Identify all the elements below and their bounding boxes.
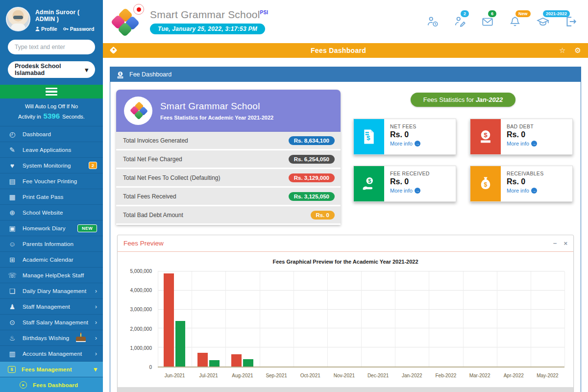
logout-icon[interactable] bbox=[564, 15, 577, 28]
card-subtitle: Fees Statistics for Academic Year 2021-2… bbox=[160, 115, 273, 121]
fees-statistics-month-button[interactable]: Fees Statistics for Jan-2022 bbox=[411, 93, 516, 107]
sidebar-item-birthdays-wishing[interactable]: ♨ Birthdays Wishing › bbox=[0, 330, 103, 346]
gridline bbox=[260, 271, 260, 367]
gridline bbox=[192, 271, 192, 367]
pinwheel-logo-icon bbox=[111, 10, 137, 35]
sidebar-item-daily-diary-management[interactable]: ❏ Daily Diary Management › bbox=[0, 283, 103, 299]
notification-new-badge: New bbox=[515, 10, 531, 17]
sidebar-item-manage-helpdesk-staff[interactable]: ☏ Manage HelpDesk Staff bbox=[0, 268, 103, 283]
datetime-pill: Tue, January 25, 2022, 3:17:53 PM bbox=[150, 24, 265, 34]
sidebar-item-school-website[interactable]: ⊕ School Website bbox=[0, 205, 103, 220]
x-tick-label: May-2022 bbox=[531, 373, 564, 378]
sidebar-item-system-monitoring[interactable]: ♥ System Monitoring 2 bbox=[0, 158, 103, 173]
password-link[interactable]: Password bbox=[63, 26, 95, 32]
gridline bbox=[158, 271, 158, 367]
sidebar: Admin Suroor ( ADMIN ) Profile Password bbox=[0, 0, 103, 392]
x-tick-label: Sep-2021 bbox=[260, 373, 294, 378]
logoff-seconds: 5396 bbox=[43, 112, 61, 120]
arrow-circle-icon: → bbox=[415, 188, 420, 194]
value-pill: Rs. 8,634,100 bbox=[289, 136, 335, 145]
calendar-icon: ⊞ bbox=[8, 256, 17, 264]
psi-superscript: PSI bbox=[260, 10, 269, 15]
x-tick-label: Oct-2021 bbox=[294, 373, 327, 378]
chart-bar bbox=[197, 353, 208, 367]
fees-summary-card: Smart Grammar School Fees Statistics for… bbox=[116, 90, 341, 225]
more-info-link[interactable]: More info→ bbox=[390, 188, 430, 194]
play-circle-icon: ▸ bbox=[20, 381, 27, 389]
sidebar-item-fees-management[interactable]: $ Fees Management ▾ bbox=[0, 362, 103, 377]
top-header: Smart Grammar SchoolPSI Tue, January 25,… bbox=[103, 0, 588, 43]
chart-bar bbox=[231, 354, 242, 367]
fees-bar-chart: 01,000,0002,000,0003,000,0004,000,0005,0… bbox=[120, 267, 569, 380]
x-tick-label: Dec-2021 bbox=[361, 373, 395, 378]
school-logo bbox=[110, 6, 145, 37]
sidebar-item-academic-calendar[interactable]: ⊞ Academic Calendar bbox=[0, 252, 103, 268]
y-tick-label: 2,000,000 bbox=[130, 326, 152, 332]
sidebar-toggle-button[interactable] bbox=[0, 85, 103, 98]
search-input[interactable] bbox=[8, 40, 95, 54]
sidebar-item-dashboard[interactable]: ◴ Dashboard bbox=[0, 126, 103, 142]
minimize-icon[interactable]: − bbox=[553, 240, 557, 247]
x-tick-label: Aug-2021 bbox=[225, 373, 259, 378]
invoice-dollar-icon: $ bbox=[354, 119, 384, 154]
school-select[interactable]: Prodesk School Islamabad ▾ bbox=[8, 61, 95, 78]
helpdesk-icon: ☏ bbox=[8, 271, 17, 279]
chevron-down-icon: ▾ bbox=[85, 66, 88, 74]
globe-icon: ⊕ bbox=[8, 209, 17, 217]
profile-link[interactable]: Profile bbox=[35, 26, 57, 32]
dashboard-icon: ◴ bbox=[8, 130, 17, 138]
chart-title: Fees Graphical Preview for the Academic … bbox=[118, 259, 573, 265]
monitor-heart-icon: ♥ bbox=[8, 162, 17, 170]
svg-text:$: $ bbox=[367, 134, 370, 142]
value-pill: Rs. 3,129,000 bbox=[289, 173, 335, 182]
attendance-user-clock-icon[interactable] bbox=[426, 15, 439, 28]
sidebar-item-staff-management[interactable]: ♟ Staff Management › bbox=[0, 299, 103, 315]
more-info-link[interactable]: More info→ bbox=[507, 141, 537, 147]
x-tick-label: Nov-2021 bbox=[327, 373, 361, 378]
favorite-star-icon[interactable]: ☆ bbox=[559, 46, 565, 55]
sidebar-item-fee-voucher-printing[interactable]: ▤ Fee Voucher Printing bbox=[0, 173, 103, 189]
chart-bar bbox=[209, 360, 220, 367]
hamburger-icon bbox=[46, 88, 57, 96]
user-profile-block: Admin Suroor ( ADMIN ) Profile Password bbox=[0, 0, 103, 35]
sidebar-item-print-gate-pass[interactable]: ▦ Print Gate Pass bbox=[0, 189, 103, 205]
card-school-name: Smart Grammar School bbox=[160, 101, 273, 112]
sidebar-item-homework-diary[interactable]: ▣ Homework Diary NEW bbox=[0, 220, 103, 236]
person-icon bbox=[35, 26, 40, 31]
more-info-link[interactable]: More info→ bbox=[390, 141, 420, 147]
mail-count-badge: 6 bbox=[488, 10, 496, 17]
fees-preview-title: Fees Preview bbox=[123, 240, 553, 247]
settings-gear-icon[interactable]: ⚙ bbox=[575, 46, 581, 55]
x-tick-label: Jun-2021 bbox=[158, 373, 192, 378]
gridline bbox=[429, 271, 429, 367]
y-tick-label: 1,000,000 bbox=[130, 345, 152, 351]
mail-icon[interactable]: 6 bbox=[481, 15, 494, 28]
money-bag-icon: $ bbox=[470, 166, 501, 201]
bell-icon[interactable]: New bbox=[509, 15, 521, 28]
close-icon[interactable]: × bbox=[564, 240, 567, 247]
sidebar-item-staff-salary-management[interactable]: ⊙ Staff Salary Management › bbox=[0, 315, 103, 330]
sidebar-item-fees-dashboard[interactable]: ▸ Fees Dashboard bbox=[0, 377, 103, 392]
svg-text:$: $ bbox=[484, 131, 488, 139]
avatar[interactable] bbox=[6, 7, 30, 31]
panel-header: $ Fee Dashboard bbox=[110, 67, 581, 82]
sidebar-nav: ◴ Dashboard ✎ Leave Applications ♥ Syste… bbox=[0, 126, 103, 392]
academic-session-icon[interactable]: 2021-2022 bbox=[536, 15, 550, 28]
table-row: Total Invoices Generated Rs. 8,634,100 bbox=[116, 132, 341, 150]
arrow-circle-icon: → bbox=[415, 141, 420, 147]
chart-bar bbox=[164, 273, 174, 367]
diary-icon: ❏ bbox=[8, 287, 17, 295]
voucher-icon: ▤ bbox=[8, 177, 17, 185]
user-edit-icon[interactable]: 2 bbox=[454, 15, 466, 28]
card-logo bbox=[124, 97, 152, 125]
sidebar-item-leave-applications[interactable]: ✎ Leave Applications bbox=[0, 142, 103, 158]
chevron-right-icon: › bbox=[95, 287, 97, 294]
y-tick-label: 3,000,000 bbox=[130, 307, 152, 312]
sidebar-item-accounts-management[interactable]: ▥ Accounts Management › bbox=[0, 346, 103, 362]
sidebar-item-parents-information[interactable]: ☺ Parents Information bbox=[0, 236, 103, 252]
table-row: Total Fees Received Rs. 3,125,050 bbox=[116, 188, 341, 206]
more-info-link[interactable]: More info→ bbox=[507, 188, 543, 194]
hand-holding-dollar-icon: $ bbox=[354, 166, 384, 201]
gridline bbox=[395, 271, 395, 367]
header-icon-row: 2 6 New bbox=[426, 15, 579, 28]
